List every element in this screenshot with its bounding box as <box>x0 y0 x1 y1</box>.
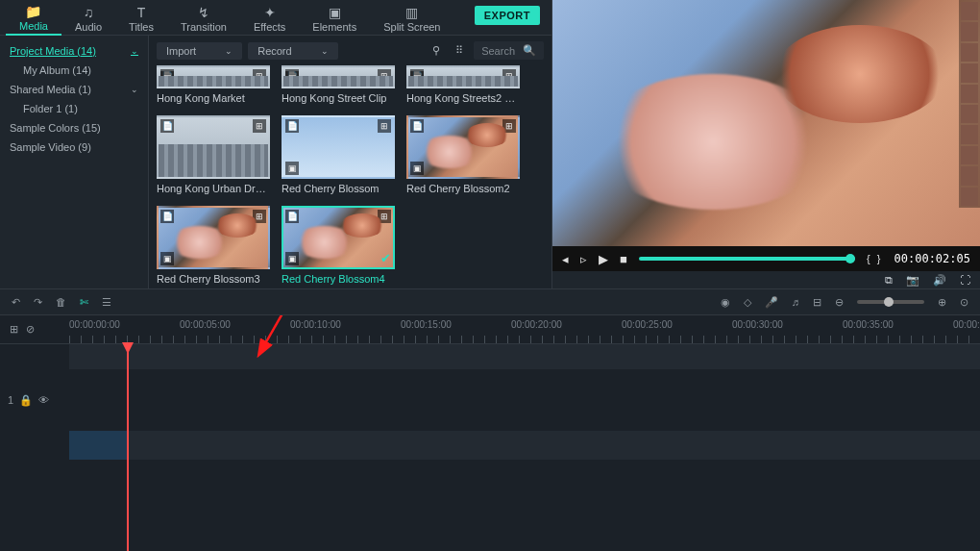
link-icon[interactable]: ⊟ <box>813 296 821 309</box>
grid-view-icon[interactable]: ⠿ <box>451 44 468 57</box>
media-sidebar: Project Media (14) ⌄ My Album (14) Share… <box>0 36 149 288</box>
zoom-out-icon[interactable]: ⊖ <box>835 296 844 309</box>
record-dropdown[interactable]: Record ⌄ <box>248 42 337 60</box>
lock-icon[interactable]: 🔒 <box>19 394 33 407</box>
folder-icon: 📁 <box>25 4 41 19</box>
audio-mixer-icon[interactable]: ♬ <box>792 296 799 308</box>
undo-icon[interactable]: ↶ <box>12 296 20 309</box>
zoom-fit-icon[interactable]: ⊙ <box>960 296 968 309</box>
sidebar-item-my-album[interactable]: My Album (14) <box>4 61 148 80</box>
media-thumb[interactable]: 📄⊞▣Red Cherry Blossom2 <box>406 115 520 194</box>
preview-timecode: 00:00:02:05 <box>894 252 970 265</box>
in-out-bracket-icon[interactable]: { } <box>867 253 882 264</box>
tab-media[interactable]: 📁 Media <box>6 0 61 36</box>
thumb-title: Hong Kong Streets2 Clip <box>406 92 520 104</box>
thumb-overlay-icon: ⊞ <box>253 210 266 223</box>
export-button[interactable]: EXPORT <box>475 6 540 25</box>
thumb-title: Red Cherry Blossom <box>282 183 395 194</box>
media-thumb[interactable]: 📄⊞▣Red Cherry Blossom <box>282 115 395 194</box>
thumb-overlay-icon: ⊞ <box>253 119 266 133</box>
sidebar-item-label: Shared Media (1) <box>10 82 91 97</box>
track-headers: 1 🔒 👁 <box>0 344 69 551</box>
chevron-down-icon: ⌄ <box>225 46 233 56</box>
thumb-title: Hong Kong Market <box>157 92 270 104</box>
tab-effects[interactable]: ✦ Effects <box>240 0 299 36</box>
quality-icon[interactable]: ⧉ <box>885 274 893 287</box>
preview-viewport[interactable] <box>552 0 980 246</box>
delete-icon[interactable]: 🗑 <box>56 296 66 308</box>
prev-frame-icon[interactable]: ◂ <box>562 252 569 266</box>
tab-audio[interactable]: ♫ Audio <box>61 0 115 36</box>
thumb-overlay-icon: 📄 <box>160 119 174 133</box>
thumb-overlay-icon: ⊞ <box>378 119 391 133</box>
render-icon[interactable]: ◉ <box>721 296 730 309</box>
thumb-overlay-icon: 📄 <box>410 119 424 133</box>
ruler-tick: 00:00:35:00 <box>843 319 894 330</box>
sidebar-item-folder1[interactable]: Folder 1 (1) <box>4 99 148 118</box>
zoom-slider[interactable] <box>857 300 924 304</box>
thumb-overlay-icon: ⊞ <box>253 69 266 83</box>
thumb-title: Hong Kong Street Clip <box>282 92 395 104</box>
progress-bar[interactable] <box>639 257 855 261</box>
media-thumb[interactable]: 📄⊞▣Hong Kong Street Clip <box>282 65 395 104</box>
media-thumb[interactable]: 📄⊞▣Hong Kong Urban Drone <box>157 115 270 194</box>
dropdown-label: Import <box>166 45 196 57</box>
check-icon: ✔ <box>380 251 391 265</box>
media-thumb[interactable]: 📄⊞▣Hong Kong Market <box>157 65 270 104</box>
tab-label: Media <box>19 20 48 32</box>
timeline-audio-clip[interactable] <box>69 431 127 460</box>
transport-bar: ◂ ▹ ▶ ■ { } 00:00:02:05 <box>552 246 980 271</box>
tab-titles[interactable]: T Titles <box>115 0 167 36</box>
playhead[interactable] <box>127 344 129 551</box>
filter-icon[interactable]: ⚲ <box>428 44 445 57</box>
search-icon: 🔍 <box>523 44 536 57</box>
stop-icon[interactable]: ■ <box>620 252 627 266</box>
tab-elements[interactable]: ▣ Elements <box>299 0 370 36</box>
next-frame-icon[interactable]: ▹ <box>580 252 587 266</box>
marker-icon[interactable]: ◇ <box>744 296 751 309</box>
thumb-overlay-icon: ▣ <box>285 71 299 85</box>
dropdown-label: Record <box>257 45 291 57</box>
sidebar-item-sample-colors[interactable]: Sample Colors (15) <box>4 118 148 138</box>
fullscreen-icon[interactable]: ⛶ <box>960 274 970 286</box>
tab-split-screen[interactable]: ▥ Split Screen <box>370 0 453 36</box>
tab-label: Titles <box>129 21 154 33</box>
ruler-tick: 00:00:25:00 <box>622 319 673 330</box>
redo-icon[interactable]: ↷ <box>34 296 42 309</box>
media-thumb[interactable]: 📄⊞▣Red Cherry Blossom3 <box>157 206 270 285</box>
zoom-in-icon[interactable]: ⊕ <box>938 296 946 309</box>
snapshot-icon[interactable]: 📷 <box>906 274 919 287</box>
timeline-ruler[interactable]: 00:00:00:0000:00:05:0000:00:10:0000:00:1… <box>69 315 980 343</box>
track-lanes[interactable]: R d Ch <box>69 344 980 551</box>
volume-icon[interactable]: 🔊 <box>933 274 946 287</box>
link-selection-icon[interactable]: ⊘ <box>26 323 35 336</box>
visibility-icon[interactable]: 👁 <box>38 394 49 406</box>
cut-icon[interactable]: ✄ <box>80 296 88 309</box>
thumb-overlay-icon: ▣ <box>410 71 424 85</box>
tab-label: Audio <box>75 21 102 33</box>
search-input[interactable]: Search 🔍 <box>474 41 544 60</box>
sidebar-item-label: Folder 1 (1) <box>23 101 78 116</box>
ruler-tick: 00:00:00:00 <box>69 319 120 330</box>
import-dropdown[interactable]: Import ⌄ <box>157 42 242 60</box>
tab-transition[interactable]: ↯ Transition <box>167 0 240 36</box>
sidebar-item-project-media[interactable]: Project Media (14) ⌄ <box>4 41 148 61</box>
thumb-title: Red Cherry Blossom3 <box>157 273 270 285</box>
tab-label: Effects <box>254 21 285 33</box>
media-thumb[interactable]: 📄⊞▣✔Red Cherry Blossom4 <box>282 206 395 285</box>
preview-filmstrip <box>959 0 980 208</box>
media-thumb[interactable]: 📄⊞▣Hong Kong Streets2 Clip <box>406 65 520 104</box>
thumb-overlay-icon: ⊞ <box>378 69 391 83</box>
settings-icon[interactable]: ☰ <box>102 296 111 309</box>
play-icon[interactable]: ▶ <box>599 252 608 266</box>
thumb-title: Red Cherry Blossom4 <box>282 273 395 285</box>
add-track-icon[interactable]: ⊞ <box>10 323 18 336</box>
voice-icon[interactable]: 🎤 <box>765 296 778 309</box>
timeline-toolbar: ↶ ↷ 🗑 ✄ ☰ ◉ ◇ 🎤 ♬ ⊟ ⊖ ⊕ ⊙ <box>0 288 980 315</box>
thumb-overlay-icon: ▣ <box>285 162 299 175</box>
sidebar-item-label: Project Media (14) <box>10 43 96 59</box>
media-browser: Import ⌄ Record ⌄ ⚲ ⠿ Search 🔍 <box>149 36 551 288</box>
sidebar-item-sample-video[interactable]: Sample Video (9) <box>4 138 148 157</box>
sidebar-item-shared-media[interactable]: Shared Media (1) ⌄ <box>4 80 148 99</box>
split-screen-icon: ▥ <box>405 5 418 20</box>
